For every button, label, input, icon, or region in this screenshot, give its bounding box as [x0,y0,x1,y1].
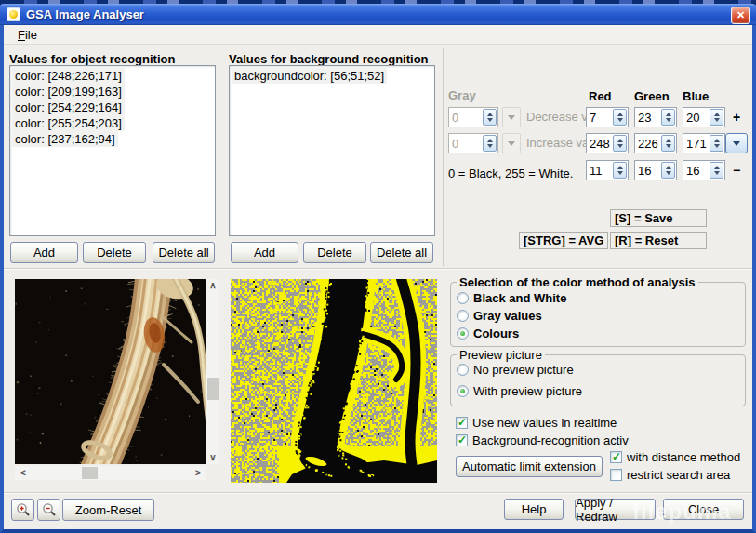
original-image-preview[interactable] [15,279,206,464]
green-column-header: Green [634,89,670,103]
background-add-button[interactable]: Add [231,242,298,263]
radio-label: With preview picture [473,384,582,398]
title-bar[interactable]: GSA Image Analyser ✕ [0,4,756,25]
app-icon [7,7,20,21]
blue-minus-tolerance-value[interactable]: 20 [683,111,710,125]
blue-base-spinedit[interactable]: 171 [683,133,725,153]
zoom-out-icon [42,502,57,517]
object-add-button[interactable]: Add [10,242,78,263]
checkbox-label: restrict search area [627,468,730,482]
spinner-up-down-buttons[interactable] [710,162,723,179]
apply-redraw-button[interactable]: Apply / Redraw [575,499,656,520]
checkbox-bg-recognition[interactable]: Background-recognition activ [456,433,629,447]
automatic-limit-extension-button[interactable]: Automatic limit extension [456,456,603,477]
processed-image-preview[interactable] [231,279,437,483]
radio-no-preview[interactable]: No preview picture [457,363,574,377]
spinner-up-down-buttons[interactable] [661,162,675,179]
green-minus-tolerance-spinedit[interactable]: 23 [634,107,677,127]
radio-icon-selected[interactable] [457,327,469,340]
red-base-value[interactable]: 248 [587,137,613,151]
scroll-right-icon[interactable]: > [192,467,205,480]
zoom-in-button[interactable] [11,499,34,521]
red-column-header: Red [589,89,612,103]
background-values-listbox[interactable]: backgroundcolor: [56;51;52] [229,65,435,236]
radio-icon[interactable] [457,310,469,322]
blue-plus-tolerance-spinedit[interactable]: 16 [683,160,725,180]
red-base-spinedit[interactable]: 248 [586,133,629,153]
red-minus-tolerance-value[interactable]: 7 [587,111,613,125]
horizontal-scroll-thumb[interactable] [82,467,98,479]
red-minus-tolerance-spinedit[interactable]: 7 [586,107,629,127]
object-color-item[interactable]: color: [254;229;164] [12,100,125,115]
checkbox-icon-checked[interactable] [456,434,468,446]
green-plus-tolerance-value[interactable]: 16 [635,164,661,178]
color-method-group: Selection of the color method of analysi… [450,282,746,347]
spinner-up-down-buttons[interactable] [710,135,723,152]
help-button[interactable]: Help [504,499,564,520]
spinner-up-down-buttons[interactable] [613,135,627,152]
checkbox-restrict-search-area[interactable]: restrict search area [610,468,730,482]
vertical-scrollbar[interactable]: ∧ ∨ [206,279,219,464]
object-delete-all-button[interactable]: Delete all [153,242,215,263]
radio-icon[interactable] [457,292,469,304]
checkbox-icon-unchecked[interactable] [610,469,622,481]
checkbox-icon-checked[interactable] [610,451,622,463]
close-button[interactable]: Close [663,499,744,520]
object-delete-button[interactable]: Delete [83,242,146,263]
spinner-up-down-buttons[interactable] [613,162,627,179]
minus-sign-label: − [733,160,740,180]
black-white-note: 0 = Black, 255 = White. [448,167,573,180]
scroll-left-icon[interactable]: < [17,467,30,480]
gray-increase-spinedit: 0 [448,133,498,153]
checkbox-realtime[interactable]: Use new values in realtime [456,416,617,430]
checkbox-label: Background-recognition activ [472,433,629,447]
object-color-item[interactable]: color: [248;226;171] [12,68,125,84]
radio-colours[interactable]: Colours [457,326,519,340]
blue-base-value[interactable]: 171 [683,137,710,151]
object-color-item[interactable]: color: [209;199;163] [12,84,125,100]
menu-file[interactable]: File [13,27,42,43]
object-color-item[interactable]: color: [237;162;94] [12,131,118,147]
preview-picture-group: Preview picture No preview picture With … [450,354,746,406]
radio-black-and-white[interactable]: Black and White [457,291,566,305]
red-plus-tolerance-value[interactable]: 11 [587,164,613,178]
close-window-button[interactable]: ✕ [731,7,750,24]
horizontal-separator [4,492,752,494]
horizontal-scrollbar[interactable]: < > [15,466,206,480]
scroll-up-icon[interactable]: ∧ [206,279,219,292]
spinner-up-down-buttons [483,135,497,152]
green-base-value[interactable]: 226 [635,137,661,151]
object-color-item[interactable]: color: [255;254;203] [12,115,125,131]
spinner-up-down-buttons[interactable] [661,109,675,126]
radio-with-preview[interactable]: With preview picture [457,384,582,398]
background-delete-button[interactable]: Delete [303,242,366,263]
radio-gray-values[interactable]: Gray values [457,309,542,323]
zoom-in-icon [16,502,31,517]
spinner-up-down-buttons[interactable] [710,109,723,126]
green-base-spinedit[interactable]: 226 [634,133,677,153]
blue-plus-tolerance-value[interactable]: 16 [683,164,710,178]
vertical-scroll-thumb[interactable] [207,378,219,400]
background-color-item[interactable]: backgroundcolor: [56;51;52] [232,68,387,84]
reset-hotkey-box: [R] = Reset [610,232,707,249]
checkbox-label: with distance method [627,450,740,464]
red-plus-tolerance-spinedit[interactable]: 11 [586,160,629,180]
green-plus-tolerance-spinedit[interactable]: 16 [634,160,677,180]
green-minus-tolerance-value[interactable]: 23 [635,111,661,125]
scroll-down-icon[interactable]: ∨ [206,451,219,464]
gray-increase-dropdown [502,133,521,153]
preview-picture-legend: Preview picture [457,348,545,362]
checkbox-distance-method[interactable]: with distance method [610,450,740,464]
radio-icon[interactable] [457,364,469,376]
radio-icon-selected[interactable] [457,385,469,397]
spinner-up-down-buttons[interactable] [661,135,675,152]
zoom-out-button[interactable] [37,499,60,521]
blue-minus-tolerance-spinedit[interactable]: 20 [683,107,725,127]
background-delete-all-button[interactable]: Delete all [370,242,433,263]
zoom-reset-button[interactable]: Zoom-Reset [62,499,154,521]
color-dropdown-button[interactable] [725,133,748,153]
checkbox-icon-checked[interactable] [456,417,468,429]
object-values-listbox[interactable]: color: [248;226;171] color: [209;199;163… [9,65,216,236]
radio-label: No preview picture [473,363,574,377]
spinner-up-down-buttons[interactable] [613,109,627,126]
